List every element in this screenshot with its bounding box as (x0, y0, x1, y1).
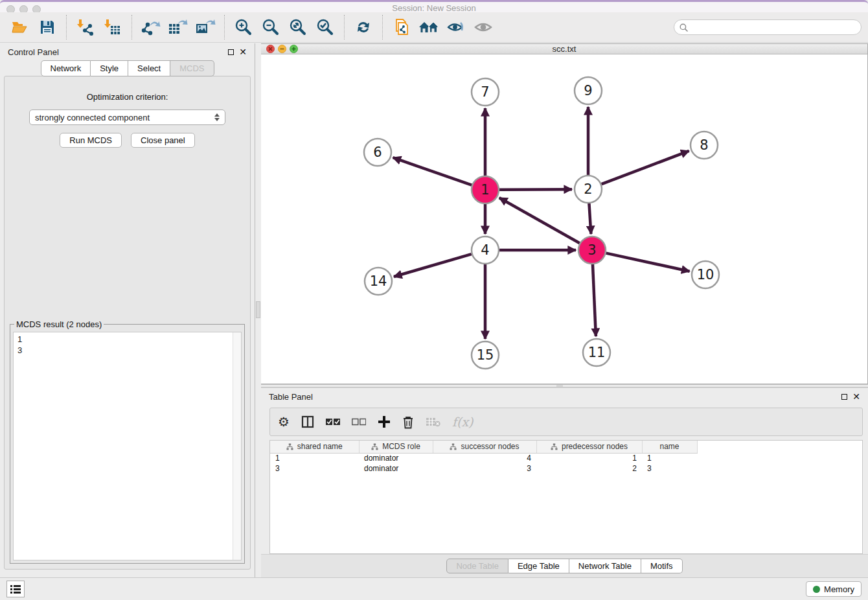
graph-edge-2-3[interactable] (589, 203, 591, 234)
memory-button[interactable]: Memory (806, 581, 862, 597)
export-network-button[interactable] (140, 16, 162, 38)
toolbar-separator (224, 15, 225, 40)
save-icon (39, 19, 56, 36)
zoom-in-button[interactable] (233, 16, 255, 38)
zoom-selected-icon (316, 18, 334, 36)
table-row[interactable]: 3 dominator 3 2 3 (270, 463, 697, 474)
import-network-button[interactable] (74, 16, 97, 38)
create-column-icon[interactable] (378, 415, 391, 428)
cell-successor-nodes[interactable]: 4 (433, 453, 536, 463)
graph-node-label: 14 (370, 273, 387, 289)
zoom-fit-button[interactable] (287, 16, 309, 38)
graph-edge-2-8[interactable] (602, 151, 689, 184)
mcds-result-textarea[interactable]: 1 3 (13, 332, 242, 560)
cell-shared-name[interactable]: 1 (270, 453, 359, 463)
tab-node-table[interactable]: Node Table (446, 559, 508, 573)
memory-status-icon (813, 586, 820, 593)
node-table: shared name MCDS role successor nodes pr… (269, 440, 863, 554)
column-header-successor-nodes[interactable]: successor nodes (433, 441, 536, 453)
new-network-from-selection-button[interactable] (391, 16, 413, 38)
cell-mcds-role[interactable]: dominator (359, 453, 433, 463)
first-neighbors-button[interactable] (418, 16, 440, 38)
splitter-grip[interactable] (256, 301, 260, 318)
cell-name[interactable]: 1 (642, 453, 697, 463)
tab-edge-table[interactable]: Edge Table (508, 559, 569, 573)
tab-network-table[interactable]: Network Table (569, 559, 641, 573)
export-image-button[interactable] (194, 16, 216, 38)
import-table-button[interactable] (102, 16, 124, 38)
memory-label: Memory (824, 584, 854, 594)
table-settings-icon[interactable]: ⚙ (278, 415, 290, 428)
cell-mcds-role[interactable]: dominator (359, 463, 433, 474)
graph-edge-3-11[interactable] (593, 264, 596, 336)
column-header-shared-name[interactable]: shared name (270, 441, 359, 453)
graph-edge-1-6[interactable] (393, 157, 472, 185)
show-columns-icon[interactable] (301, 415, 314, 428)
open-session-button[interactable] (9, 16, 31, 38)
optimization-criterion-label: Optimization criterion: (5, 92, 250, 102)
show-all-button[interactable] (472, 16, 494, 38)
graph-edge-1-2[interactable] (499, 189, 572, 190)
table-panel-header: Table Panel ✕ (261, 388, 868, 405)
mcds-result-line: 3 (17, 345, 237, 356)
graph-node-label: 10 (697, 267, 714, 283)
search-input[interactable] (691, 23, 856, 32)
run-mcds-button[interactable]: Run MCDS (60, 133, 122, 148)
zoom-fit-icon (289, 18, 307, 36)
search-field[interactable] (674, 19, 862, 35)
close-panel-button[interactable]: Close panel (131, 133, 195, 148)
optimization-criterion-select[interactable]: strongly connected component (29, 110, 225, 125)
graph-node-label: 8 (700, 137, 708, 153)
control-panel-header: Control Panel ✕ (0, 43, 255, 60)
cell-predecessor-nodes[interactable]: 2 (536, 463, 642, 474)
float-panel-icon[interactable] (228, 49, 234, 55)
refresh-icon (354, 18, 372, 36)
delete-table-icon (426, 417, 440, 427)
zoom-out-button[interactable] (260, 16, 282, 38)
toolbar-separator (344, 15, 345, 40)
vertical-splitter[interactable] (255, 43, 261, 577)
hide-selected-button[interactable] (445, 16, 467, 38)
column-header-predecessor-nodes[interactable]: predecessor nodes (536, 441, 642, 453)
export-table-button[interactable] (167, 16, 189, 38)
float-panel-icon[interactable] (841, 394, 847, 400)
graph-edge-4-14[interactable] (394, 254, 472, 277)
tab-motifs[interactable]: Motifs (641, 559, 683, 573)
result-scrollbar[interactable] (233, 332, 241, 560)
splitter-grip[interactable] (556, 385, 563, 387)
delete-column-icon[interactable] (402, 415, 414, 429)
cell-successor-nodes[interactable]: 3 (433, 463, 536, 474)
graph-edge-3-1[interactable] (499, 198, 580, 243)
function-builder-icon: f(x) (452, 415, 474, 429)
close-panel-icon[interactable]: ✕ (239, 48, 247, 56)
cell-predecessor-nodes[interactable]: 1 (536, 453, 642, 463)
save-session-button[interactable] (36, 16, 58, 38)
column-header-name[interactable]: name (642, 441, 697, 453)
graph-edge-3-10[interactable] (606, 253, 689, 271)
select-all-columns-icon[interactable] (326, 418, 340, 426)
column-header-mcds-role[interactable]: MCDS role (359, 441, 433, 453)
import-network-icon (76, 18, 95, 36)
tab-style[interactable]: Style (91, 60, 128, 76)
network-canvas[interactable]: 7968124314101511 (261, 54, 867, 384)
table-header-row: shared name MCDS role successor nodes pr… (270, 441, 697, 453)
clone-network-icon (393, 17, 411, 37)
tab-select[interactable]: Select (128, 60, 170, 76)
zoom-selected-button[interactable] (314, 16, 336, 38)
table-row[interactable]: 1 dominator 4 1 1 (270, 453, 697, 463)
window-titlebar: Session: New Session (0, 0, 868, 12)
graph-node-label: 6 (373, 144, 382, 160)
apply-layout-button[interactable] (352, 16, 374, 38)
cell-shared-name[interactable]: 3 (270, 463, 359, 474)
houses-icon (418, 19, 440, 36)
task-history-button[interactable] (6, 581, 25, 597)
network-frame-titlebar[interactable]: scc.txt (261, 44, 867, 54)
graph-node-label: 1 (481, 182, 489, 198)
horizontal-splitter[interactable] (261, 384, 868, 387)
tab-network[interactable]: Network (41, 60, 91, 76)
unselect-all-columns-icon[interactable] (352, 418, 366, 426)
zoom-in-icon (234, 18, 253, 36)
close-panel-icon[interactable]: ✕ (852, 393, 860, 400)
tab-mcds[interactable]: MCDS (170, 60, 214, 76)
cell-name[interactable]: 3 (642, 463, 697, 474)
